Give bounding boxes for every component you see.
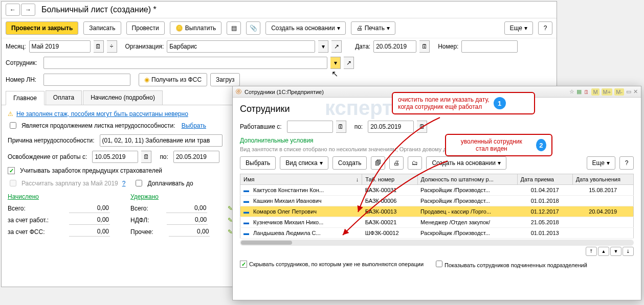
attach-button[interactable]: 📎 xyxy=(246,21,260,35)
scroll-top-button[interactable]: ⤒ xyxy=(586,247,597,256)
employee-dropdown-button[interactable]: ▾ xyxy=(330,57,341,69)
continuation-select-link[interactable]: Выбрать xyxy=(182,122,206,129)
more-button[interactable]: Еще ▾ xyxy=(504,21,533,35)
continuation-checkbox[interactable] xyxy=(10,122,16,129)
employer-value: 0,00 xyxy=(69,215,110,225)
card-button[interactable]: 🗂 xyxy=(408,156,422,170)
tab-main[interactable]: Главное xyxy=(6,91,45,105)
fav-icon[interactable]: ☆ xyxy=(569,88,574,95)
org-open-button[interactable]: ↗ xyxy=(331,40,342,53)
period-from-input[interactable]: 10.05.2019 xyxy=(92,151,138,163)
item-icon: ▬ xyxy=(243,230,252,236)
horizontal-scrollbar[interactable] xyxy=(240,240,634,246)
org-label: Организация: xyxy=(125,43,164,50)
worked-to-calendar[interactable]: 🗓 xyxy=(417,121,427,133)
scroll-down-button[interactable]: ▼ xyxy=(610,247,621,256)
employee-input[interactable] xyxy=(43,57,327,69)
additional-conditions-link[interactable]: Дополнительные условия xyxy=(240,137,634,144)
show-subordinate-checkbox[interactable] xyxy=(436,261,442,267)
print-button[interactable]: 🖨 xyxy=(389,156,404,170)
m-button[interactable]: M xyxy=(591,88,599,96)
table-row[interactable]: ▬ Ландышева Людмила С...ШФЗК-00012Раскро… xyxy=(240,228,634,239)
close-button[interactable]: ✕ xyxy=(633,88,638,95)
chevron-down-icon: ▾ xyxy=(498,159,501,167)
date-input[interactable]: 20.05.2019 xyxy=(373,40,416,53)
minimize-button[interactable]: ▭ xyxy=(626,88,631,95)
choose-button[interactable]: Выбрать xyxy=(240,156,276,170)
hide-employees-checkbox[interactable] xyxy=(240,261,249,267)
worked-from-calendar[interactable]: 🗓 xyxy=(336,121,346,133)
scroll-bottom-button[interactable]: ⤓ xyxy=(623,247,634,256)
filter-info: Вид занятости в списке отобрано по неско… xyxy=(240,146,634,152)
date-calendar-button[interactable]: 🗓 xyxy=(419,40,430,53)
recalc-help[interactable]: ? xyxy=(122,180,126,187)
shield-icon: ◉ xyxy=(144,76,149,83)
scroll-up-button[interactable]: ▲ xyxy=(598,247,609,256)
ln-input[interactable] xyxy=(43,74,130,86)
pay-button[interactable]: 🪙Выплатить xyxy=(170,21,222,35)
col-hired[interactable]: Дата приема xyxy=(517,174,572,185)
month-spinner[interactable]: ÷ xyxy=(107,40,117,53)
col-pos[interactable]: Должность по штатному р... xyxy=(417,174,517,185)
create-based-button[interactable]: Создать на основании ▾ xyxy=(426,156,506,170)
table-row[interactable]: ▬ Кузнечиков Михаил Нико...БАЗК-00021Мен… xyxy=(240,217,634,228)
month-input[interactable]: Май 2019 xyxy=(29,40,91,53)
accrued-header[interactable]: Начислено xyxy=(8,193,110,200)
cal-icon[interactable]: 🗓 xyxy=(584,89,589,95)
item-icon: ▬ xyxy=(243,208,252,215)
extra-pay-checkbox[interactable] xyxy=(136,180,142,186)
fss-button[interactable]: ◉ Получить из ФСС xyxy=(139,73,207,86)
org-dropdown-button[interactable]: ▾ xyxy=(318,40,328,53)
employee-row: Сотрудник: ▾ ↗ xyxy=(2,55,557,71)
create-based-button[interactable]: Создать на основании ▾ xyxy=(265,21,346,35)
forward-button[interactable]: → xyxy=(21,4,35,16)
load-button[interactable]: Загруз xyxy=(210,73,240,86)
mminus-button[interactable]: M- xyxy=(614,88,624,96)
employee-label: Сотрудник: xyxy=(6,59,40,66)
period-label: Освобождение от работы с: xyxy=(8,153,87,160)
back-button[interactable]: ← xyxy=(6,4,20,16)
copy-button[interactable]: 🗐 xyxy=(371,156,385,170)
org-input[interactable]: Барбарис xyxy=(167,40,315,53)
table-row[interactable]: ▬ Комаров Олег ПетровичБАЗК-00013Продаве… xyxy=(240,206,634,217)
num-input[interactable] xyxy=(461,40,518,53)
employee-open-button[interactable]: ↗ xyxy=(344,57,354,69)
post-button[interactable]: Провести xyxy=(126,21,165,35)
period-to-input[interactable]: 20.05.2019 xyxy=(173,151,219,163)
col-name[interactable]: Имя↓ xyxy=(240,174,362,185)
worked-from-input[interactable] xyxy=(287,121,333,133)
continuation-label: Является продолжением листка нетрудоспос… xyxy=(21,122,175,129)
col-tab[interactable]: Таб. номер xyxy=(362,174,417,185)
chevron-down-icon: ▾ xyxy=(337,25,340,32)
prev-insurers-checkbox[interactable] xyxy=(8,167,17,174)
tab-pay[interactable]: Оплата xyxy=(46,90,82,105)
recalc-checkbox xyxy=(10,180,16,186)
help-button[interactable]: ? xyxy=(619,156,634,170)
table-row[interactable]: ▬ Кактусов Константин Кон...БАЗК-00031Ра… xyxy=(240,185,634,196)
reason-input[interactable]: (01, 02, 10, 11) Заболевание или трав xyxy=(100,134,223,147)
warning-link[interactable]: Не заполнен стаж, пособия могут быть рас… xyxy=(16,110,188,118)
month-calendar-button[interactable]: 🗓 xyxy=(94,40,104,53)
sort-icon: ↓ xyxy=(356,176,359,182)
grid-icon[interactable]: ▦ xyxy=(576,88,582,95)
report-button[interactable]: ▤ xyxy=(227,21,241,35)
create-button[interactable]: Создать xyxy=(332,156,367,170)
save-button[interactable]: Записать xyxy=(83,21,121,35)
mplus-button[interactable]: M+ xyxy=(602,88,613,96)
tab-calc[interactable]: Начислено (подробно) xyxy=(83,90,163,105)
app-icon: ⓔ xyxy=(236,88,241,96)
total-accrued-value: 0,00 xyxy=(69,203,110,213)
table-row[interactable]: ▬ Кашкин Михаил ИвановичБАЗК-00006Раскро… xyxy=(240,196,634,206)
deducted-header[interactable]: Удержано xyxy=(130,193,233,200)
period-from-calendar[interactable]: 🗓 xyxy=(141,151,151,163)
viewmode-button[interactable]: Вид списка ▾ xyxy=(280,156,328,170)
submit-close-button[interactable]: Провести и закрыть xyxy=(6,21,78,35)
total-label: Всего: xyxy=(8,205,26,212)
print-button[interactable]: 🖨 Печать ▾ xyxy=(351,21,395,35)
prev-insurers-label: Учитывать заработок предыдущих страховат… xyxy=(20,167,162,174)
help-button[interactable]: ? xyxy=(538,21,552,35)
num-label: Номер: xyxy=(438,43,458,50)
col-fired[interactable]: Дата увольнения xyxy=(572,174,633,185)
more-button[interactable]: Еще ▾ xyxy=(587,156,615,170)
worked-to-input[interactable]: 20.05.2019 xyxy=(368,121,414,133)
